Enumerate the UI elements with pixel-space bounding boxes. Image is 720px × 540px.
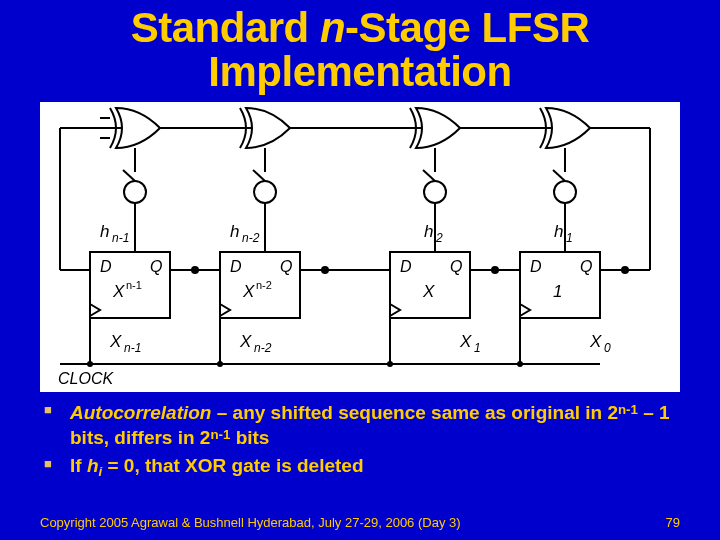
svg-text:X: X <box>459 332 472 351</box>
svg-text:h: h <box>554 222 563 241</box>
svg-text:n-2: n-2 <box>254 341 272 355</box>
svg-text:1: 1 <box>553 282 562 301</box>
svg-point-49 <box>491 266 499 274</box>
svg-point-74 <box>517 361 523 367</box>
svg-text:2: 2 <box>435 231 443 245</box>
svg-text:Q: Q <box>580 258 592 275</box>
svg-text:h: h <box>100 222 109 241</box>
svg-text:D: D <box>530 258 542 275</box>
svg-text:Q: Q <box>450 258 462 275</box>
svg-text:n-2: n-2 <box>242 231 260 245</box>
svg-point-68 <box>87 361 93 367</box>
b2-h: h <box>87 455 99 476</box>
b2-text-a: If <box>70 455 87 476</box>
svg-text:X: X <box>239 332 252 351</box>
svg-text:h: h <box>230 222 239 241</box>
b2-i: i <box>99 464 103 479</box>
slide-title: Standard n-Stage LFSR Implementation <box>0 0 720 100</box>
svg-text:n-1: n-1 <box>126 279 142 291</box>
svg-text:n-1: n-1 <box>124 341 141 355</box>
svg-text:0: 0 <box>604 341 611 355</box>
svg-text:D: D <box>400 258 412 275</box>
footer: Copyright 2005 Agrawal & Bushnell Hydera… <box>0 515 720 530</box>
svg-point-70 <box>217 361 223 367</box>
svg-text:X: X <box>112 282 125 301</box>
svg-text:Q: Q <box>280 258 292 275</box>
svg-point-72 <box>387 361 393 367</box>
svg-text:CLOCK: CLOCK <box>58 370 114 387</box>
svg-text:Q: Q <box>150 258 162 275</box>
exp2: n-1 <box>210 427 230 442</box>
title-line2: Implementation <box>208 48 511 95</box>
b2-text-b: = 0, that XOR gate is deleted <box>102 455 363 476</box>
svg-text:n-2: n-2 <box>256 279 272 291</box>
term-autocorrelation: Autocorrelation <box>70 403 211 424</box>
lfsr-svg: D Q X n-1 h n-1 X n-1 D Q X n-2 h n-2 X … <box>40 102 680 392</box>
copyright-text: Copyright 2005 Agrawal & Bushnell Hydera… <box>40 515 461 530</box>
lfsr-diagram: D Q X n-1 h n-1 X n-1 D Q X n-2 h n-2 X … <box>40 102 680 392</box>
bullet-hi-zero: If hi = 0, that XOR gate is deleted <box>70 454 680 481</box>
svg-text:X: X <box>242 282 255 301</box>
svg-text:h: h <box>424 222 433 241</box>
svg-text:X: X <box>109 332 122 351</box>
svg-text:X: X <box>422 282 435 301</box>
b1-text-d: bits <box>230 428 269 449</box>
bullet-list: Autocorrelation – any shifted sequence s… <box>0 398 720 482</box>
page-number: 79 <box>666 515 680 530</box>
bullet-autocorrelation: Autocorrelation – any shifted sequence s… <box>70 400 680 450</box>
title-post: -Stage LFSR <box>345 4 589 51</box>
title-n: n <box>320 4 345 51</box>
svg-text:D: D <box>100 258 112 275</box>
svg-text:1: 1 <box>474 341 481 355</box>
svg-text:D: D <box>230 258 242 275</box>
title-pre: Standard <box>131 4 320 51</box>
b1-text-b: – any shifted sequence same as original … <box>211 403 618 424</box>
exp1: n-1 <box>618 402 638 417</box>
svg-text:1: 1 <box>566 231 573 245</box>
svg-point-35 <box>321 266 329 274</box>
svg-text:X: X <box>589 332 602 351</box>
svg-text:n-1: n-1 <box>112 231 129 245</box>
svg-point-61 <box>621 266 629 274</box>
